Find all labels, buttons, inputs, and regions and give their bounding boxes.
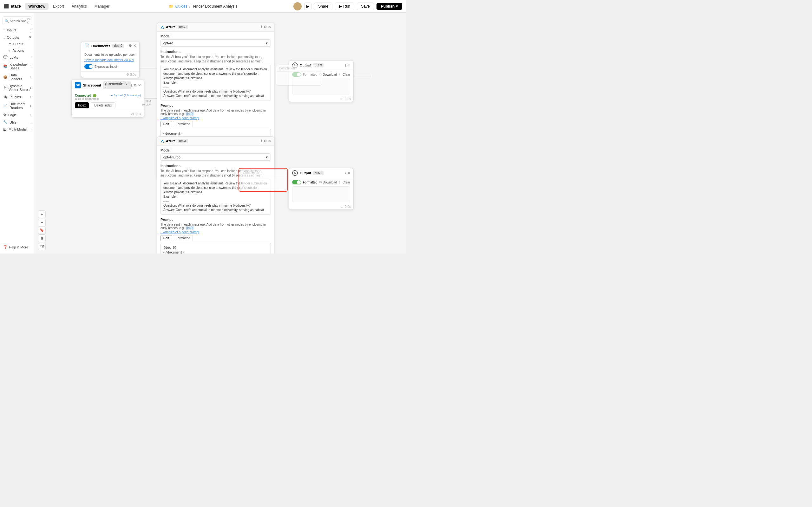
sidebar-item-logic[interactable]: ⚙ Logic › (0, 111, 35, 118)
azure-0-title: Azure (166, 25, 176, 29)
breadcrumb-parent[interactable]: Guides (175, 4, 188, 9)
azure-0-settings-icon[interactable]: ⚙ (264, 25, 267, 29)
sidebar-item-inputs[interactable]: ↑ Inputs › (0, 26, 35, 34)
output-1-content[interactable] (292, 186, 350, 202)
dynamic-vector-chevron-icon: › (30, 86, 32, 90)
output-1-tag: out-1 (313, 171, 323, 175)
sidebar-item-data-loaders[interactable]: 📦 Data Loaders › (0, 72, 35, 82)
azure-0-prompt-label: Prompt (160, 104, 271, 107)
output-1-close-icon[interactable]: ✕ (348, 171, 350, 175)
sidebar-subitem-actions[interactable]: ↑ Actions (0, 47, 35, 54)
output-0-info-icon[interactable]: ℹ (345, 64, 346, 67)
run-button[interactable]: ▶ Run (335, 3, 354, 10)
sidebar-item-utils[interactable]: 🔧 Utils › (0, 118, 35, 126)
sharepoint-close-icon[interactable]: ✕ (138, 83, 141, 88)
sidebar-item-knowledge[interactable]: 📚 Knowledge Bases › (0, 61, 35, 72)
sidebar-item-dynamic-vector[interactable]: 🗄 Dynamic Vector Stores › (0, 82, 35, 93)
documents-tag: doc-0 (112, 44, 124, 48)
azure-1-info-icon[interactable]: ℹ (261, 139, 262, 143)
documents-close-icon[interactable]: ✕ (133, 44, 136, 48)
model-select-chevron-icon: ∨ (265, 41, 268, 45)
sidebar-item-llms[interactable]: 💬 LLMs › (0, 54, 35, 61)
sharepoint-index-button[interactable]: Index (75, 102, 89, 108)
breadcrumb: 📁 Guides / Tender Document Analysis (169, 4, 237, 9)
sp-synced-text: ● Synced (2 hours ago) (111, 94, 141, 101)
azure-1-prompt-hint: The data sent in each message. Add data … (160, 223, 271, 230)
output-1-body: Formatted ⧉ Download ⋮ Clear (289, 178, 353, 204)
output-1-title: Output (300, 171, 311, 175)
sharepoint-delete-button[interactable]: Delete index (91, 102, 115, 108)
sharepoint-timing: ⏱ (131, 112, 134, 116)
help-more-button[interactable]: ❓ Help & More (0, 243, 35, 251)
tab-export[interactable]: Export (50, 3, 67, 10)
output-1-more-icon[interactable]: ⋮ (338, 181, 341, 184)
output-0-close-icon[interactable]: ✕ (348, 64, 350, 67)
sidebar-item-plugins[interactable]: 🔌 Plugins › (0, 93, 35, 101)
output-1-copy-icon[interactable]: ⧉ (319, 180, 322, 184)
azure-0-instructions-input[interactable]: You are an AI document analysis assistan… (160, 65, 271, 101)
search-input[interactable] (10, 19, 26, 23)
azure-0-tab-formatted[interactable]: Formatted (173, 121, 193, 127)
completion-ghost-node-0: Completion (276, 65, 322, 86)
clear-label[interactable]: Clear (343, 73, 350, 76)
azure-0-close-icon[interactable]: ✕ (268, 25, 271, 29)
documents-node: 📄 Documents doc-0 ⚙ ✕ Documents to be up… (81, 41, 140, 78)
inputs-chevron-icon: › (30, 28, 32, 32)
share-button[interactable]: Share (314, 3, 333, 10)
azure-0-prompt-link[interactable]: Examples of a good prompt (160, 116, 271, 120)
documents-api-link[interactable]: How to manage documents via API (84, 58, 136, 62)
azure-1-settings-icon[interactable]: ⚙ (264, 139, 267, 143)
sharepoint-info-icon[interactable]: ℹ (131, 83, 132, 88)
azure-0-input-label: Input (145, 99, 151, 102)
zoom-out-button[interactable]: − (38, 219, 46, 226)
download-label[interactable]: Download (323, 73, 337, 76)
canvas[interactable]: 📄 Documents doc-0 ⚙ ✕ Documents to be up… (35, 13, 406, 253)
azure-llm-1-body: Model gpt-4-turbo ∨ Instructions Tell th… (157, 146, 274, 253)
tab-manager[interactable]: Manager (91, 3, 113, 10)
output-1-formatted-toggle[interactable] (292, 180, 301, 184)
search-box[interactable]: 🔍 Ctrl K (3, 16, 32, 25)
dynamic-vector-icon: 🗄 (3, 86, 7, 90)
documents-settings-icon[interactable]: ⚙ (129, 44, 132, 48)
sidebar-subitem-output[interactable]: ≡ Output (0, 41, 35, 47)
azure-1-tag: llm-1 (177, 139, 188, 143)
plugins-chevron-icon: › (30, 95, 32, 99)
azure-1-tab-edit[interactable]: Edit (160, 235, 172, 241)
azure-0-info-icon[interactable]: ℹ (261, 25, 262, 29)
azure-1-tab-formatted[interactable]: Formatted (173, 235, 193, 241)
sidebar-item-outputs[interactable]: ↓ Outputs ∨ (0, 34, 35, 41)
publish-button[interactable]: Publish ▾ (376, 3, 402, 10)
output-0-more-icon[interactable]: ⋮ (338, 73, 341, 76)
completion-ghost-node: Completion (240, 170, 286, 190)
sharepoint-header: SP Sharepoint sharepointemb-0 ℹ ⚙ ✕ (72, 79, 144, 91)
azure-1-model-select[interactable]: gpt-4-turbo ∨ (160, 153, 271, 161)
azure-1-close-icon[interactable]: ✕ (268, 139, 271, 143)
bookmark-tool[interactable]: 🔖 (38, 226, 46, 234)
sidebar-item-multimodal[interactable]: 🖼 Multi-Modal › (0, 126, 35, 133)
output-1-download-label[interactable]: Download (323, 181, 337, 184)
azure-0-tab-edit[interactable]: Edit (160, 121, 172, 127)
output-1-icon: ↻ (292, 170, 298, 176)
azure-1-instructions-label: Instructions (160, 164, 271, 168)
grid-tool[interactable]: ⊞ (38, 234, 46, 242)
output-1-info-icon[interactable]: ℹ (345, 171, 346, 175)
user-avatar[interactable] (293, 2, 302, 10)
azure-0-model-select[interactable]: gpt-4o ∨ (160, 39, 271, 47)
sidebar-item-doc-readers[interactable]: 📄 Document Readers › (0, 101, 35, 111)
azure-0-prompt-hint: The data sent in each message. Add data … (160, 109, 271, 116)
azure-1-prompt-input[interactable]: {doc-0} </document> Question: review the… (160, 243, 271, 253)
azure-llm-1-header: △ Azure llm-1 ℹ ⚙ ✕ (157, 136, 274, 146)
publish-label: Publish (381, 4, 395, 9)
canvas-tools: 🔖 ⊞ 🗺 (38, 226, 46, 250)
expose-toggle[interactable] (84, 64, 93, 69)
azure-1-prompt-link[interactable]: Examples of a good prompt (160, 230, 271, 234)
play-icon-btn[interactable]: ▶ (304, 3, 311, 10)
tab-analytics[interactable]: Analytics (68, 3, 90, 10)
map-tool[interactable]: 🗺 (38, 243, 46, 250)
sharepoint-settings-icon[interactable]: ⚙ (134, 83, 137, 88)
save-button[interactable]: Save (357, 3, 374, 10)
inputs-icon: ↑ (3, 28, 5, 32)
tab-workflow[interactable]: Workflow (25, 3, 49, 10)
output-1-clear-label[interactable]: Clear (343, 181, 350, 184)
zoom-in-button[interactable]: + (38, 210, 46, 218)
